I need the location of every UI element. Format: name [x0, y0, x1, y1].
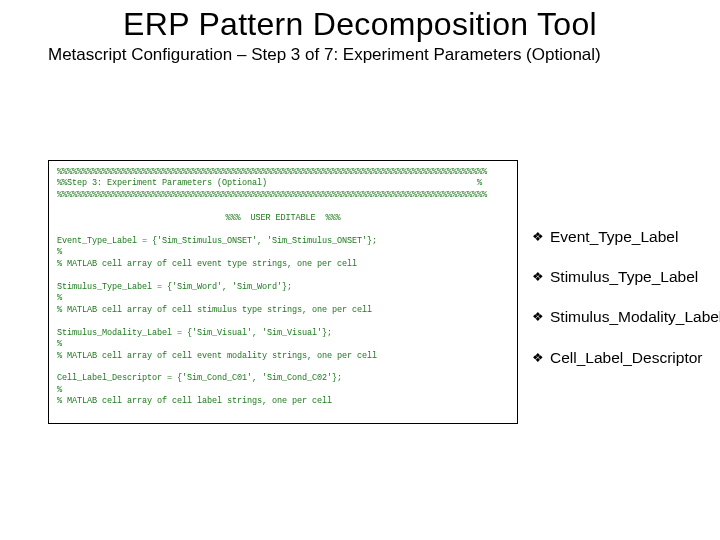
diamond-icon: ❖	[532, 228, 544, 246]
bullet-label: Cell_Label_Descriptor	[550, 349, 703, 367]
diamond-icon: ❖	[532, 349, 544, 367]
code-text: %%%%%%%%%%%%%%%%%%%%%%%%%%%%%%%%%%%%%%%%…	[57, 167, 509, 408]
bullet-list: ❖ Event_Type_Label ❖ Stimulus_Type_Label…	[532, 160, 712, 389]
list-item: ❖ Cell_Label_Descriptor	[532, 349, 712, 367]
code-panel: %%%%%%%%%%%%%%%%%%%%%%%%%%%%%%%%%%%%%%%%…	[48, 160, 518, 424]
page-title: ERP Pattern Decomposition Tool	[0, 0, 720, 43]
diamond-icon: ❖	[532, 308, 544, 326]
bullet-label: Event_Type_Label	[550, 228, 678, 246]
content-row: %%%%%%%%%%%%%%%%%%%%%%%%%%%%%%%%%%%%%%%%…	[48, 160, 712, 424]
diamond-icon: ❖	[532, 268, 544, 286]
list-item: ❖ Stimulus_Type_Label	[532, 268, 712, 286]
list-item: ❖ Event_Type_Label	[532, 228, 712, 246]
bullet-label: Stimulus_Type_Label	[550, 268, 698, 286]
list-item: ❖ Stimulus_Modality_Label	[532, 308, 712, 326]
bullet-label: Stimulus_Modality_Label	[550, 308, 720, 326]
page-subtitle: Metascript Configuration – Step 3 of 7: …	[0, 43, 720, 65]
